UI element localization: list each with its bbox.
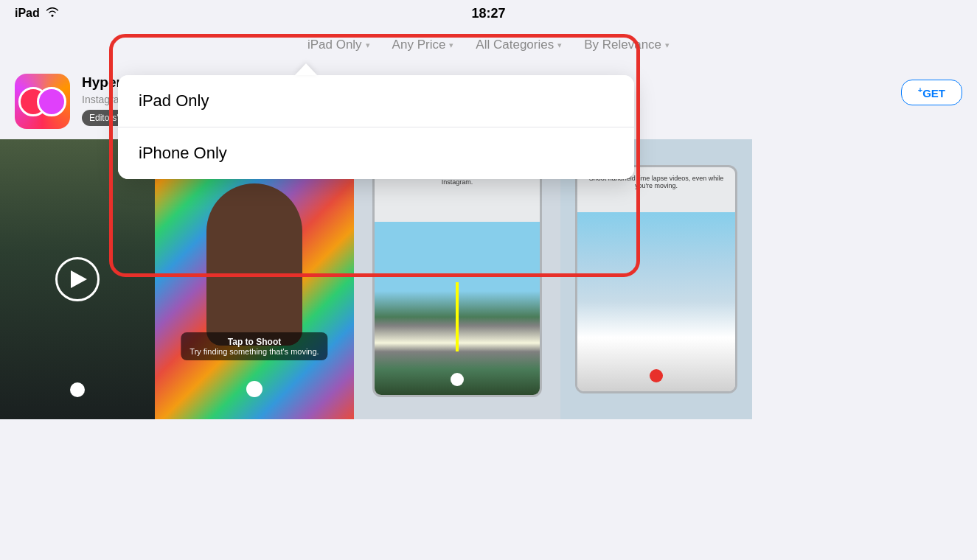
- record-dot-2: [246, 381, 262, 397]
- record-dot-3: [451, 373, 464, 386]
- record-dot-1: [70, 382, 85, 397]
- device-label: iPad: [15, 7, 40, 20]
- tap-to-shoot-title: Tap to Shoot: [190, 337, 319, 347]
- filter-ipad-only-label: iPad Only: [307, 38, 362, 52]
- filter-all-categories[interactable]: All Categories ▾: [476, 38, 562, 52]
- chevron-down-icon: ▾: [366, 41, 370, 50]
- screenshot-2: Tap to Shoot Try finding something that'…: [155, 139, 354, 419]
- ipad-screen-plane: [577, 212, 735, 391]
- chevron-down-icon-4: ▾: [665, 41, 670, 50]
- chevron-down-icon-2: ▾: [449, 41, 453, 50]
- record-dot-4-red: [650, 369, 663, 382]
- dropdown-menu: iPad Only iPhone Only: [118, 75, 634, 179]
- ipad-frame-plane: Shoot handheld time lapse videos, even w…: [575, 165, 737, 393]
- status-device: iPad: [15, 7, 59, 20]
- screenshot-1-content: [0, 139, 155, 419]
- filter-any-price[interactable]: Any Price ▾: [392, 38, 454, 52]
- filter-ipad-only[interactable]: iPad Only ▾: [307, 38, 370, 52]
- get-button-label: GET: [922, 87, 945, 99]
- filter-bar: iPad Only ▾ Any Price ▾ All Categories ▾…: [0, 27, 977, 63]
- status-bar: iPad 18:27: [0, 0, 977, 27]
- road-line: [456, 282, 459, 351]
- screenshots-row: Tap to Shoot Try finding something that'…: [0, 139, 977, 419]
- chevron-down-icon-3: ▾: [557, 41, 562, 50]
- app-icon: [15, 74, 70, 129]
- wifi-icon: [46, 7, 59, 20]
- icon-circle-purple: [37, 87, 66, 116]
- filter-by-relevance[interactable]: By Relevance ▾: [584, 38, 670, 52]
- screenshot-4: Shoot handheld time lapse videos, even w…: [560, 139, 752, 419]
- dropdown-item-iphone-only[interactable]: iPhone Only: [118, 127, 634, 179]
- ipad-screen-road: [375, 222, 540, 396]
- dropdown-arrow: [295, 63, 317, 75]
- screenshot-2-content: Tap to Shoot Try finding something that'…: [155, 139, 354, 419]
- dropdown-item-ipad-only[interactable]: iPad Only: [118, 75, 634, 127]
- filter-by-relevance-label: By Relevance: [584, 38, 661, 52]
- get-button[interactable]: +GET: [901, 80, 962, 105]
- dropdown-container: iPad Only iPhone Only: [118, 63, 634, 179]
- play-triangle-icon: [71, 270, 87, 288]
- screenshot-1: [0, 139, 155, 419]
- play-button[interactable]: [55, 257, 100, 301]
- ipad-frame-road: Create amazing time lapse videos Hyperla…: [372, 161, 542, 397]
- person-silhouette: [206, 183, 302, 346]
- filter-any-price-label: Any Price: [392, 38, 446, 52]
- tap-to-shoot-subtext: Try finding something that's moving.: [190, 347, 319, 356]
- filter-all-categories-label: All Categories: [476, 38, 554, 52]
- tap-to-shoot-overlay: Tap to Shoot Try finding something that'…: [181, 332, 327, 360]
- status-time: 18:27: [471, 6, 505, 21]
- screenshot-3: Create amazing time lapse videos Hyperla…: [354, 139, 560, 419]
